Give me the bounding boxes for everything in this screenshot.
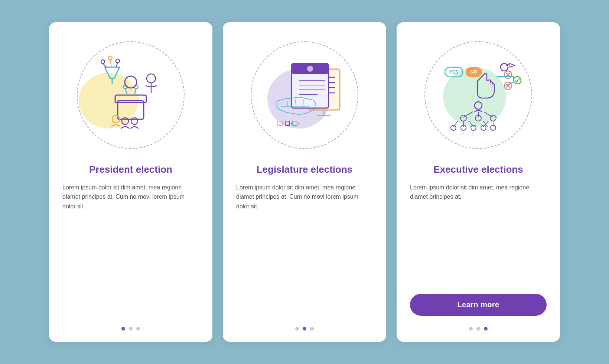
svg-line-14 [116,63,118,67]
svg-point-75 [451,125,456,130]
svg-marker-82 [510,64,515,67]
svg-marker-7 [105,67,120,78]
svg-point-78 [481,125,486,130]
svg-point-6 [125,76,137,88]
card-title-legislature: Legislature elections [257,163,353,176]
svg-point-62 [475,102,482,109]
cards-container: President election Lorem ipsum dolor sit… [34,7,575,357]
card-text-president: Lorem ipsum dolor sit dim amet, mea regi… [62,183,199,313]
svg-text:NO: NO [470,69,477,75]
card-executive-elections: YES NO [397,22,560,342]
svg-rect-0 [118,101,144,119]
dot-2[interactable] [129,327,133,331]
card-text-legislature: Lorem ipsum dolor sit dim amet, mea regi… [236,183,373,313]
dot-1[interactable] [121,327,125,331]
dots-row-legislature [295,323,314,331]
card-title-executive: Executive elections [433,163,523,176]
illustration-legislature [245,36,364,155]
svg-point-9 [101,60,105,64]
dot-1[interactable] [295,327,299,331]
dots-row-executive [469,323,488,331]
svg-text:YES: YES [449,69,458,75]
svg-point-66 [460,115,466,121]
svg-point-11 [116,59,120,63]
svg-point-58 [514,77,521,84]
card-text-executive: Lorem ipsum dolor sit dim amet, mea regi… [410,183,547,283]
dot-3[interactable] [136,327,140,331]
svg-rect-1 [115,95,146,103]
svg-line-20 [151,86,157,87]
card-title-president: President election [89,163,172,176]
svg-point-68 [490,115,496,121]
svg-rect-43 [293,121,297,126]
card-president-election: President election Lorem ipsum dolor sit… [49,22,212,342]
svg-point-18 [147,74,156,83]
svg-rect-42 [285,121,290,126]
dots-row-president [121,323,140,331]
dot-2[interactable] [303,327,306,331]
legislature-elections-icon [256,47,353,143]
svg-point-10 [108,56,112,60]
card-legislature-elections: Legislature elections Lorem ipsum dolor … [223,22,386,342]
illustration-executive: YES NO [419,36,538,155]
svg-line-74 [483,121,488,127]
president-election-icon [82,47,179,143]
dot-3[interactable] [310,327,314,331]
svg-rect-41 [278,121,282,126]
svg-point-32 [307,66,313,72]
learn-more-button[interactable]: Learn more [410,294,547,316]
executive-elections-icon: YES NO [430,47,527,143]
svg-line-64 [484,112,493,117]
svg-line-21 [146,86,151,87]
svg-line-13 [110,60,111,67]
svg-point-77 [471,125,476,130]
illustration-president [71,36,190,155]
dot-3[interactable] [484,327,488,331]
svg-line-63 [463,112,473,117]
dot-1[interactable] [469,327,473,331]
dot-2[interactable] [476,327,480,331]
